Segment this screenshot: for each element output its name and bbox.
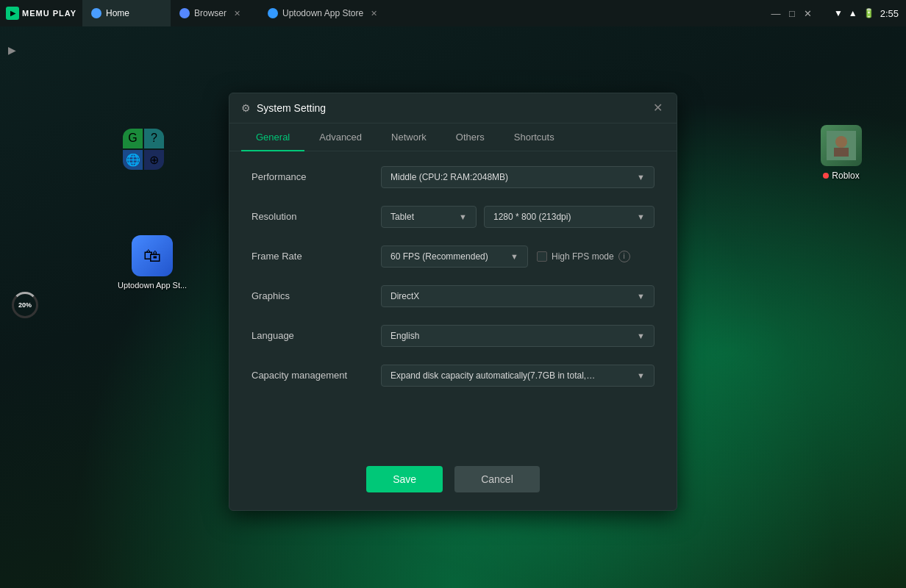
tab-network[interactable]: Network (377, 124, 441, 151)
tab-general[interactable]: General (241, 124, 304, 151)
high-fps-wrap: High FPS mode i (537, 251, 630, 262)
language-dropdown[interactable]: English ▼ (381, 325, 654, 347)
performance-dropdown[interactable]: Middle (CPU:2 RAM:2048MB) ▼ (381, 166, 654, 188)
resolution-label: Resolution (252, 211, 369, 222)
dialog-header: ⚙ System Setting ✕ (229, 93, 677, 123)
gear-icon: ⚙ (241, 102, 251, 114)
language-value: English (390, 331, 419, 341)
graphics-control: DirectX ▼ (381, 285, 654, 307)
dialog-content: Performance Middle (CPU:2 RAM:2048MB) ▼ … (229, 151, 677, 419)
dialog-footer: Save Cancel (229, 448, 677, 510)
fps-wrap: 60 FPS (Recommended) ▼ High FPS mode i (381, 245, 654, 268)
graphics-value: DirectX (390, 291, 419, 301)
graphics-label: Graphics (252, 290, 369, 301)
fps-value: 60 FPS (Recommended) (390, 251, 488, 262)
dialog-title: System Setting (257, 102, 326, 114)
tab-shortcuts[interactable]: Shortcuts (499, 124, 569, 151)
dialog-close-button[interactable]: ✕ (650, 101, 665, 115)
high-fps-label: High FPS mode (552, 251, 614, 262)
resolution-size-dropdown[interactable]: 1280 * 800 (213dpi) ▼ (484, 206, 654, 228)
save-button[interactable]: Save (366, 466, 443, 492)
language-dropdown-arrow: ▼ (637, 331, 645, 340)
resolution-row: Resolution Tablet ▼ 1280 * 800 (213dpi) … (252, 206, 654, 228)
graphics-dropdown-arrow: ▼ (637, 292, 645, 301)
language-row: Language English ▼ (252, 325, 654, 347)
modal-overlay: ⚙ System Setting ✕ General Advanced Netw… (0, 0, 906, 588)
dialog-title-wrap: ⚙ System Setting (241, 102, 326, 114)
resolution-type-value: Tablet (390, 212, 414, 222)
performance-row: Performance Middle (CPU:2 RAM:2048MB) ▼ (252, 166, 654, 188)
frame-rate-row: Frame Rate 60 FPS (Recommended) ▼ High F… (252, 245, 654, 268)
performance-value: Middle (CPU:2 RAM:2048MB) (390, 172, 508, 182)
performance-dropdown-arrow: ▼ (637, 173, 645, 182)
resolution-size-arrow: ▼ (637, 212, 645, 221)
graphics-dropdown[interactable]: DirectX ▼ (381, 285, 654, 307)
high-fps-checkbox[interactable] (537, 251, 547, 262)
performance-label: Performance (252, 171, 369, 182)
dialog-tabs: General Advanced Network Others Shortcut… (229, 123, 677, 151)
high-fps-info-icon[interactable]: i (618, 251, 630, 262)
fps-dropdown-arrow: ▼ (510, 252, 518, 261)
fps-dropdown[interactable]: 60 FPS (Recommended) ▼ (381, 245, 528, 268)
capacity-value: Expand disk capacity automatically(7.7GB… (390, 370, 596, 381)
frame-rate-label: Frame Rate (252, 251, 369, 262)
language-control: English ▼ (381, 325, 654, 347)
system-setting-dialog: ⚙ System Setting ✕ General Advanced Netw… (229, 93, 677, 511)
capacity-dropdown[interactable]: Expand disk capacity automatically(7.7GB… (381, 365, 654, 387)
capacity-dropdown-arrow: ▼ (637, 371, 645, 380)
cancel-button[interactable]: Cancel (454, 466, 540, 492)
resolution-type-dropdown[interactable]: Tablet ▼ (381, 206, 477, 228)
performance-control: Middle (CPU:2 RAM:2048MB) ▼ (381, 166, 654, 188)
graphics-row: Graphics DirectX ▼ (252, 285, 654, 307)
resolution-type-arrow: ▼ (459, 212, 467, 221)
frame-rate-control: 60 FPS (Recommended) ▼ High FPS mode i (381, 245, 654, 268)
capacity-label: Capacity management (252, 370, 369, 381)
language-label: Language (252, 330, 369, 341)
tab-others[interactable]: Others (441, 124, 499, 151)
tab-advanced[interactable]: Advanced (304, 124, 377, 151)
resolution-wrap: Tablet ▼ 1280 * 800 (213dpi) ▼ (381, 206, 654, 228)
resolution-size-value: 1280 * 800 (213dpi) (493, 212, 571, 222)
capacity-row: Capacity management Expand disk capacity… (252, 365, 654, 387)
resolution-control: Tablet ▼ 1280 * 800 (213dpi) ▼ (381, 206, 654, 228)
capacity-control: Expand disk capacity automatically(7.7GB… (381, 365, 654, 387)
